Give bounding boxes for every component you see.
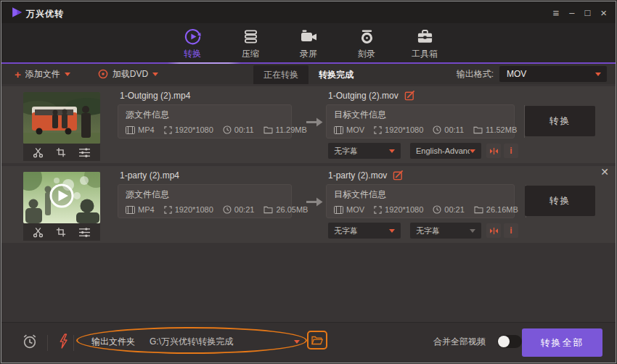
burn-disc-icon [359, 28, 375, 45]
clock-icon [433, 205, 441, 214]
schedule-icon[interactable] [21, 333, 38, 353]
open-folder-button[interactable] [307, 331, 327, 349]
film-icon [334, 126, 343, 134]
target-format: MOV [346, 125, 364, 134]
source-info-box: 源文件信息 MP4 1920*1080 00:11 11.29MB [118, 104, 292, 138]
source-format: MP4 [138, 125, 155, 134]
folder-icon [263, 126, 273, 134]
chevron-down-icon[interactable] [152, 73, 158, 76]
footer-bar: 输出文件夹 G:\万兴优转\转换完成 合并全部视频 转换全部 [1, 322, 616, 363]
clock-icon [223, 205, 232, 214]
tab-burn[interactable]: 刻录 [346, 28, 387, 60]
close-button[interactable]: × [600, 7, 607, 18]
resolution-icon [374, 206, 382, 214]
resolution-icon [164, 206, 172, 214]
tab-compress[interactable]: 压缩 [230, 28, 271, 60]
audio-track-dropdown[interactable]: English-Advanc... [410, 143, 481, 159]
effects-icon[interactable] [78, 147, 91, 158]
edit-icon[interactable] [393, 170, 404, 181]
clock-icon [223, 125, 232, 134]
plus-icon: + [15, 69, 21, 80]
audio-track-dropdown[interactable]: 无字幕 [410, 223, 481, 239]
chevron-down-icon[interactable] [65, 73, 70, 76]
source-resolution: 1920*1080 [175, 125, 213, 134]
source-size: 26.05MB [276, 205, 308, 214]
merge-all-label: 合并全部视频 [433, 336, 486, 348]
resolution-icon [374, 126, 382, 134]
effects-icon[interactable] [78, 227, 91, 238]
chevron-down-icon[interactable] [294, 340, 300, 344]
target-info-title: 目标文件信息 [334, 109, 517, 121]
chevron-down-icon [389, 229, 395, 233]
film-icon [126, 206, 135, 214]
high-speed-icon[interactable] [58, 334, 69, 352]
output-format-select[interactable]: MOV [499, 66, 607, 82]
add-files-label: 添加文件 [25, 68, 60, 80]
source-resolution: 1920*1080 [175, 205, 213, 214]
video-thumbnail[interactable] [23, 172, 100, 223]
source-duration: 00:21 [234, 205, 255, 214]
tab-converting[interactable]: 正在转换 [253, 65, 308, 85]
tab-toolbox[interactable]: 工具箱 [404, 28, 445, 60]
output-format-label: 输出格式: [457, 68, 494, 80]
thumbnail-tools [23, 223, 100, 241]
film-icon [334, 206, 343, 214]
target-duration: 00:11 [444, 125, 464, 134]
merge-all-toggle[interactable] [497, 335, 522, 348]
source-info-box: 源文件信息 MP4 1920*1080 00:21 26.05MB [118, 184, 292, 218]
tab-converted[interactable]: 转换完成 [308, 65, 364, 85]
app-window: 万兴优转 ≡ – □ × 转换 压缩 [1, 1, 616, 363]
convert-button[interactable]: 转换 [525, 186, 595, 216]
maximize-button[interactable]: □ [584, 8, 590, 17]
trim-icon[interactable] [33, 147, 44, 158]
tab-burn-label: 刻录 [358, 48, 375, 60]
output-folder-path[interactable]: G:\万兴优转\转换完成 [150, 336, 233, 348]
convert-button[interactable]: 转换 [525, 106, 595, 136]
remove-row-icon[interactable]: ✕ [600, 167, 609, 177]
clock-icon [433, 125, 441, 134]
tab-convert[interactable]: 转换 [172, 28, 213, 60]
convert-icon [184, 28, 202, 45]
split-merge-button[interactable] [486, 223, 501, 238]
target-duration: 00:21 [444, 205, 465, 214]
tab-convert-label: 转换 [184, 48, 201, 60]
source-info-title: 源文件信息 [126, 189, 284, 201]
subtitle-value: 无字幕 [334, 146, 389, 157]
divider [73, 335, 74, 351]
target-info-box: 目标文件信息 MOV 1920*1080 00:11 11.52MB [326, 104, 515, 138]
crop-icon[interactable] [56, 147, 66, 157]
chevron-down-icon [470, 149, 475, 153]
source-size: 11.29MB [276, 125, 307, 134]
subtitle-dropdown[interactable]: 无字幕 [328, 223, 401, 239]
arrow-right-icon [306, 117, 323, 130]
source-info-title: 源文件信息 [126, 109, 284, 121]
folder-icon [473, 126, 483, 134]
info-button[interactable]: i [504, 144, 518, 158]
crop-icon[interactable] [56, 227, 66, 237]
edit-icon[interactable] [404, 90, 415, 101]
minimize-button[interactable]: – [569, 8, 574, 17]
trim-icon[interactable] [33, 227, 44, 238]
folder-icon [474, 206, 483, 214]
resolution-icon [164, 126, 172, 134]
split-merge-button[interactable] [486, 144, 501, 158]
add-files-button[interactable]: + 添加文件 [15, 68, 70, 80]
divider [47, 335, 48, 351]
subtitle-value: 无字幕 [334, 226, 389, 236]
output-folder-label: 输出文件夹 [91, 336, 135, 348]
load-dvd-button[interactable]: 加载DVD [98, 68, 158, 80]
video-thumbnail[interactable] [23, 92, 100, 144]
tab-record-label: 录屏 [300, 48, 317, 60]
menu-icon[interactable]: ≡ [552, 7, 559, 18]
tab-record[interactable]: 录屏 [288, 28, 329, 60]
folder-icon [263, 206, 273, 214]
film-icon [126, 126, 135, 134]
chevron-down-icon [470, 229, 475, 233]
convert-all-button[interactable]: 转换全部 [522, 328, 602, 357]
main-nav: 转换 压缩 录屏 刻录 [1, 23, 616, 62]
info-button[interactable]: i [504, 223, 518, 238]
load-dvd-label: 加载DVD [113, 68, 148, 80]
subtitle-dropdown[interactable]: 无字幕 [328, 143, 401, 159]
source-format: MP4 [138, 205, 155, 214]
target-filename: 1-party (2).mov [328, 170, 387, 181]
